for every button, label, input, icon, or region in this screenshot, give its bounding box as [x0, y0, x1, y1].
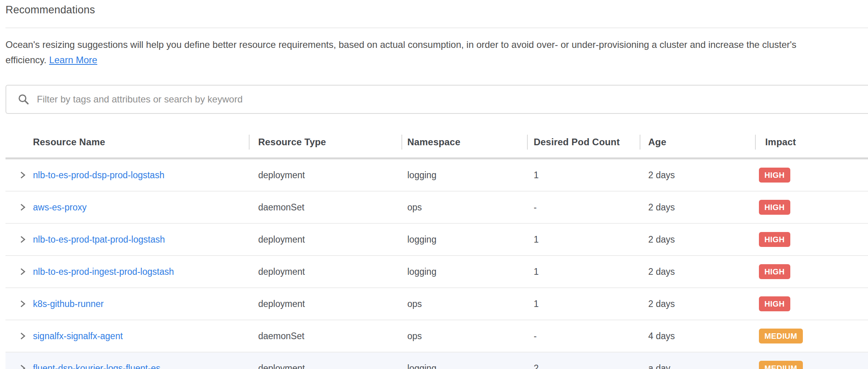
namespace-cell: logging — [401, 170, 527, 181]
column-header-resource-name: Resource Name — [5, 127, 249, 157]
expand-chevron-icon[interactable] — [19, 364, 27, 369]
resource-name-cell: nlb-to-es-prod-dsp-prod-logstash — [5, 170, 249, 181]
age-cell: 4 days — [640, 331, 755, 342]
age-cell: a day — [640, 363, 755, 369]
search-input[interactable] — [36, 93, 868, 105]
learn-more-link[interactable]: Learn More — [49, 55, 97, 65]
impact-cell: HIGH — [755, 168, 868, 183]
impact-cell: HIGH — [755, 200, 868, 215]
resource-name-link[interactable]: fluent-dsp-kourier-logs-fluent-es — [33, 363, 160, 369]
column-header-desired-pod-count: Desired Pod Count — [527, 127, 640, 157]
age-cell: 2 days — [640, 234, 755, 245]
pod-count-cell: 1 — [527, 299, 640, 309]
resource-name-cell: aws-es-proxy — [5, 202, 249, 213]
impact-badge: HIGH — [759, 296, 790, 311]
resource-name-cell: nlb-to-es-prod-tpat-prod-logstash — [5, 234, 249, 245]
age-cell: 2 days — [640, 170, 755, 181]
resource-name-cell: fluent-dsp-kourier-logs-fluent-es — [5, 363, 249, 369]
namespace-cell: ops — [401, 202, 527, 213]
impact-badge: MEDIUM — [759, 361, 803, 369]
expand-chevron-icon[interactable] — [19, 300, 27, 308]
expand-chevron-icon[interactable] — [19, 267, 27, 276]
resource-name-link[interactable]: signalfx-signalfx-agent — [33, 331, 123, 342]
table-row[interactable]: k8s-github-runner deployment ops 1 2 day… — [5, 288, 868, 320]
resource-name-link[interactable]: k8s-github-runner — [33, 299, 104, 309]
pod-count-cell: 1 — [527, 170, 640, 181]
impact-cell: HIGH — [755, 232, 868, 247]
impact-badge: HIGH — [759, 264, 790, 279]
resource-type-cell: daemonSet — [249, 202, 401, 213]
column-header-impact: Impact — [755, 127, 868, 157]
age-cell: 2 days — [640, 299, 755, 309]
age-cell: 2 days — [640, 202, 755, 213]
impact-badge: HIGH — [759, 232, 790, 247]
impact-badge: HIGH — [759, 200, 790, 215]
expand-chevron-icon[interactable] — [19, 203, 27, 212]
resource-type-cell: deployment — [249, 267, 401, 277]
resource-name-cell: k8s-github-runner — [5, 299, 249, 309]
search-icon — [17, 93, 30, 106]
namespace-cell: logging — [401, 363, 527, 369]
namespace-cell: logging — [401, 267, 527, 277]
recommendations-page: Recommendations Ocean's resizing suggest… — [0, 0, 868, 369]
namespace-cell: logging — [401, 234, 527, 245]
search-box[interactable] — [5, 85, 868, 114]
impact-cell: HIGH — [755, 264, 868, 279]
impact-badge: HIGH — [759, 168, 790, 183]
resource-name-link[interactable]: nlb-to-es-prod-tpat-prod-logstash — [33, 234, 165, 245]
impact-cell: MEDIUM — [755, 329, 868, 343]
description: Ocean's resizing suggestions will help y… — [5, 37, 868, 68]
table-header-row: Resource Name Resource Type Namespace De… — [5, 127, 868, 159]
pod-count-cell: 1 — [527, 234, 640, 245]
page-title: Recommendations — [5, 0, 868, 16]
resource-type-cell: deployment — [249, 299, 401, 309]
namespace-cell: ops — [401, 299, 527, 309]
table-body: nlb-to-es-prod-dsp-prod-logstash deploym… — [5, 159, 868, 369]
impact-cell: MEDIUM — [755, 361, 868, 369]
table-row[interactable]: signalfx-signalfx-agent daemonSet ops - … — [5, 320, 868, 353]
description-line1: Ocean's resizing suggestions will help y… — [5, 39, 797, 50]
table-row[interactable]: nlb-to-es-prod-dsp-prod-logstash deploym… — [5, 159, 868, 192]
column-header-age: Age — [640, 127, 755, 157]
table-row[interactable]: nlb-to-es-prod-ingest-prod-logstash depl… — [5, 256, 868, 288]
table-row[interactable]: fluent-dsp-kourier-logs-fluent-es deploy… — [5, 353, 868, 369]
impact-badge: MEDIUM — [759, 329, 803, 343]
description-line2: efficiency. — [5, 55, 47, 65]
resource-type-cell: deployment — [249, 234, 401, 245]
expand-chevron-icon[interactable] — [19, 332, 27, 340]
age-cell: 2 days — [640, 267, 755, 277]
resource-name-cell: signalfx-signalfx-agent — [5, 331, 249, 342]
expand-chevron-icon[interactable] — [19, 235, 27, 244]
resource-name-link[interactable]: nlb-to-es-prod-ingest-prod-logstash — [33, 267, 174, 277]
pod-count-cell: - — [527, 331, 640, 342]
pod-count-cell: 2 — [527, 363, 640, 369]
expand-chevron-icon[interactable] — [19, 171, 27, 179]
table-row[interactable]: aws-es-proxy daemonSet ops - 2 days HIGH — [5, 192, 868, 224]
pod-count-cell: - — [527, 202, 640, 213]
recommendations-table: Resource Name Resource Type Namespace De… — [5, 127, 868, 369]
resource-name-link[interactable]: nlb-to-es-prod-dsp-prod-logstash — [33, 170, 164, 181]
column-header-namespace: Namespace — [401, 127, 527, 157]
resource-type-cell: deployment — [249, 363, 401, 369]
resource-name-cell: nlb-to-es-prod-ingest-prod-logstash — [5, 267, 249, 277]
resource-type-cell: deployment — [249, 170, 401, 181]
resource-name-link[interactable]: aws-es-proxy — [33, 202, 87, 213]
impact-cell: HIGH — [755, 296, 868, 311]
title-divider — [5, 27, 868, 28]
column-header-resource-type: Resource Type — [249, 127, 401, 157]
pod-count-cell: 1 — [527, 267, 640, 277]
resource-type-cell: daemonSet — [249, 331, 401, 342]
namespace-cell: ops — [401, 331, 527, 342]
table-row[interactable]: nlb-to-es-prod-tpat-prod-logstash deploy… — [5, 224, 868, 256]
